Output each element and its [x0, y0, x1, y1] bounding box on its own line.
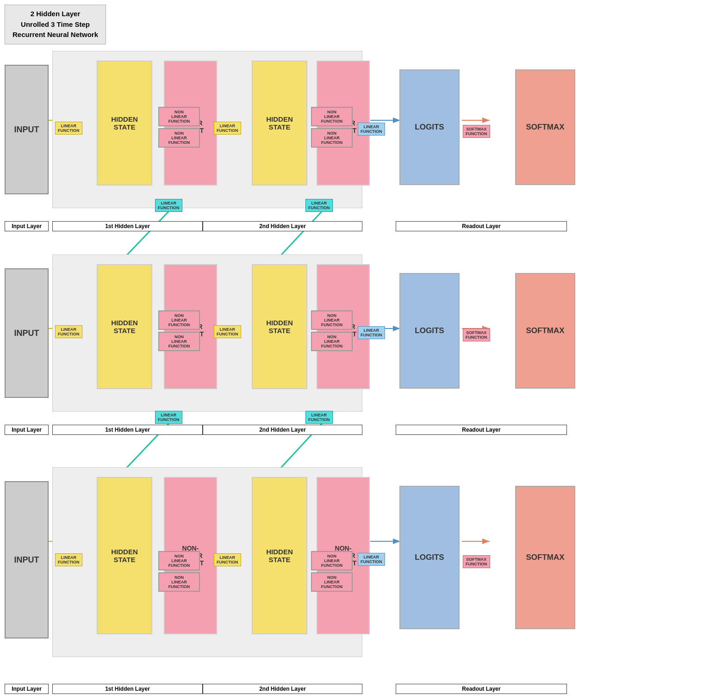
logits-box-row2: LOGITS — [399, 273, 460, 389]
hidden-state-1-row3: HIDDEN STATE — [97, 477, 152, 634]
linear-func-input-hs1-row1: LINEAR FUNCTION — [55, 122, 82, 135]
nl-func-box-2a-r2: NON LINEAR FUNCTION — [311, 310, 353, 330]
nl-func-box-1b-r2: NON LINEAR FUNCTION — [158, 332, 200, 351]
input-layer-label-row1: Input Layer — [5, 221, 49, 231]
layer1-label-row2: 1st Hidden Layer — [52, 425, 203, 435]
linear-func-readout-row2: LINEAR FUNCTION — [358, 326, 385, 339]
nl-func-box-2b-r3: NON LINEAR FUNCTION — [311, 572, 353, 592]
nl-func-box-2a-r3: NON LINEAR FUNCTION — [311, 551, 353, 570]
readout-label-row2: Readout Layer — [396, 425, 567, 435]
softmax-func-label-row2: SOFTMAX FUNCTION — [463, 328, 490, 341]
readout-label-row3: Readout Layer — [396, 684, 567, 694]
nl-func-box-1b-r3: NON LINEAR FUNCTION — [158, 572, 200, 592]
input-box-row3: INPUT — [5, 481, 49, 638]
between-arrow-label-2a: LINEAR FUNCTION — [155, 411, 182, 424]
nl-func-stack-2-row2: NON LINEAR FUNCTION NON LINEAR FUNCTION — [311, 310, 353, 351]
nl-func-box-2b: NON LINEAR FUNCTION — [311, 128, 353, 148]
title-line1: 2 Hidden Layer — [31, 10, 81, 18]
hidden-state-1-row1: HIDDEN STATE — [97, 61, 152, 186]
input-layer-label-row2: Input Layer — [5, 425, 49, 435]
linear-func-input-hs1-row3: LINEAR FUNCTION — [55, 553, 82, 566]
linear-func-hs1-hs2-row3: LINEAR FUNCTION — [214, 553, 241, 566]
title-line2: Unrolled 3 Time Step — [21, 20, 90, 28]
input-layer-label-row3: Input Layer — [5, 684, 49, 694]
input-box-row2: INPUT — [5, 268, 49, 398]
layer1-label-row1: 1st Hidden Layer — [52, 221, 203, 231]
linear-func-readout-row1: LINEAR FUNCTION — [358, 123, 385, 136]
title-line3: Recurrent Neural Network — [12, 31, 98, 38]
nl-func-box-2b-r2: NON LINEAR FUNCTION — [311, 332, 353, 351]
nl-func-stack-1-row3: NON LINEAR FUNCTION NON LINEAR FUNCTION — [158, 551, 200, 592]
hidden-state-2-row3: HIDDEN STATE — [252, 477, 307, 634]
hidden-state-2-row2: HIDDEN STATE — [252, 264, 307, 389]
logits-box-row3: LOGITS — [399, 486, 460, 629]
between-arrow-label-2b: LINEAR FUNCTION — [305, 411, 333, 424]
hidden-container-row1: HIDDEN STATE NON- LINEAR OUTPUT NON LINE… — [52, 51, 362, 208]
linear-func-hs1-hs2-row1: LINEAR FUNCTION — [214, 122, 241, 135]
input-box-row1: INPUT — [5, 65, 49, 194]
nl-func-box-1a-r2: NON LINEAR FUNCTION — [158, 310, 200, 330]
diagram-title: 2 Hidden Layer Unrolled 3 Time Step Recu… — [5, 5, 106, 44]
softmax-func-label-row3: SOFTMAX FUNCTION — [463, 555, 490, 568]
readout-label-row1: Readout Layer — [396, 221, 567, 231]
linear-func-readout-row3: LINEAR FUNCTION — [358, 553, 385, 566]
softmax-box-row3: SOFTMAX — [515, 486, 575, 629]
hidden-state-1-row2: HIDDEN STATE — [97, 264, 152, 389]
softmax-box-row2: SOFTMAX — [515, 273, 575, 389]
nl-func-stack-1-row1: NON LINEAR FUNCTION NON LINEAR FUNCTION — [158, 107, 200, 148]
nl-func-stack-1-row2: NON LINEAR FUNCTION NON LINEAR FUNCTION — [158, 310, 200, 351]
linear-func-hs1-hs2-row2: LINEAR FUNCTION — [214, 325, 241, 338]
between-arrow-label-1b: LINEAR FUNCTION — [305, 199, 333, 212]
layer1-label-row3: 1st Hidden Layer — [52, 684, 203, 694]
hidden-container-row3: HIDDEN STATE NON- LINEAR OUTPUT NON LINE… — [52, 467, 362, 657]
softmax-box-row1: SOFTMAX — [515, 69, 575, 185]
linear-func-input-hs1-row2: LINEAR FUNCTION — [55, 325, 82, 338]
between-arrow-label-1a: LINEAR FUNCTION — [155, 199, 182, 212]
nl-func-stack-2-row1: NON LINEAR FUNCTION NON LINEAR FUNCTION — [311, 107, 353, 148]
layer2-label-row3: 2nd Hidden Layer — [203, 684, 362, 694]
nl-func-box-1b: NON LINEAR FUNCTION — [158, 128, 200, 148]
nl-func-box-2a: NON LINEAR FUNCTION — [311, 107, 353, 126]
hidden-container-row2: HIDDEN STATE NON- LINEAR OUTPUT NON LINE… — [52, 254, 362, 412]
nl-func-box-1a-r3: NON LINEAR FUNCTION — [158, 551, 200, 570]
hidden-state-2-row1: HIDDEN STATE — [252, 61, 307, 186]
layer2-label-row2: 2nd Hidden Layer — [203, 425, 362, 435]
nl-func-box-1a: NON LINEAR FUNCTION — [158, 107, 200, 126]
nl-func-stack-2-row3: NON LINEAR FUNCTION NON LINEAR FUNCTION — [311, 551, 353, 592]
logits-box-row1: LOGITS — [399, 69, 460, 185]
layer2-label-row1: 2nd Hidden Layer — [203, 221, 362, 231]
softmax-func-label-row1: SOFTMAX FUNCTION — [463, 125, 490, 138]
